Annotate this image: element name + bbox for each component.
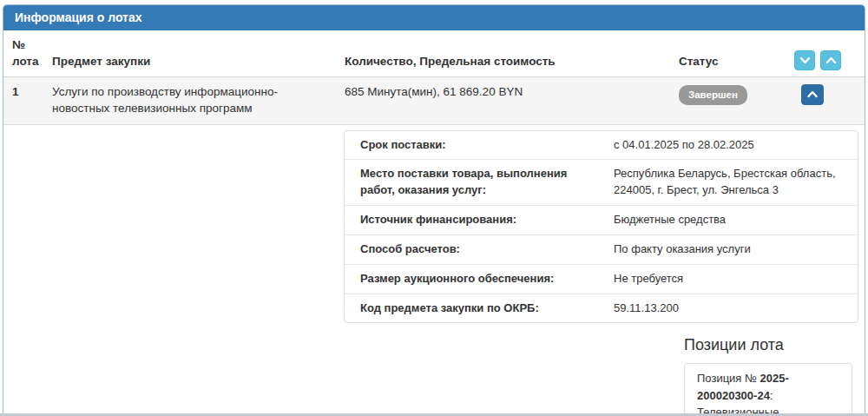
lot-table-header: № лота Предмет закупки Количество, Преде… — [3, 30, 865, 77]
lots-panel: Информация о лотах № лота Предмет закупк… — [3, 4, 865, 416]
column-header-lot-number: № лота — [12, 37, 52, 70]
page: Информация о лотах № лота Предмет закупк… — [0, 0, 868, 416]
status-badge: Завершен — [679, 85, 747, 105]
table-controls — [794, 50, 865, 70]
detail-value: 59.11.13.200 — [614, 294, 858, 323]
lot-position-item: Позиция № 2025-200020300-24: Телевизионн… — [684, 363, 852, 416]
detail-label: Способ расчетов: — [345, 235, 614, 264]
panel-header: Информация о лотах — [3, 5, 865, 30]
detail-label: Код предмета закупки по ОКРБ: — [345, 294, 614, 323]
detail-row-auction-security: Размер аукционного обеспечения: Не требу… — [345, 265, 858, 294]
detail-label: Источник финансирования: — [345, 206, 614, 234]
expand-all-button[interactable] — [794, 50, 815, 70]
table-row: 1 Услуги по производству информационно-н… — [3, 77, 865, 125]
lot-subject-cell: Услуги по производству информационно-нов… — [52, 84, 345, 117]
detail-label: Размер аукционного обеспечения: — [345, 265, 614, 294]
chevron-up-icon — [806, 90, 819, 98]
column-header-subject: Предмет закупки — [52, 54, 345, 70]
lot-details-section: Срок поставки: с 04.01.2025 по 28.02.202… — [3, 125, 865, 416]
collapse-row-button[interactable] — [801, 84, 824, 105]
detail-value: Не требуется — [614, 265, 858, 294]
position-text: Позиция № — [697, 372, 760, 385]
chevron-down-icon — [799, 56, 811, 64]
lot-number-cell: 1 — [12, 84, 52, 101]
lot-quantity-cost-cell: 685 Минута(мин), 61 869.20 BYN — [345, 84, 679, 101]
row-controls — [794, 84, 865, 105]
lot-details-table: Срок поставки: с 04.01.2025 по 28.02.202… — [344, 130, 858, 324]
detail-value: По факту оказания услуги — [614, 235, 858, 264]
detail-row-delivery-period: Срок поставки: с 04.01.2025 по 28.02.202… — [345, 131, 858, 161]
chevron-up-icon — [825, 56, 837, 64]
detail-label: Срок поставки: — [345, 131, 614, 160]
lot-status-cell: Завершен — [679, 84, 794, 105]
detail-value: Республика Беларусь, Брестская область, … — [614, 160, 858, 205]
column-header-quantity-cost: Количество, Предельная стоимость — [345, 54, 679, 70]
detail-row-funding-source: Источник финансирования: Бюджетные средс… — [345, 206, 858, 235]
detail-value: с 04.01.2025 по 28.02.2025 — [614, 131, 858, 160]
column-header-status: Статус — [679, 54, 794, 70]
collapse-all-button[interactable] — [820, 50, 841, 70]
lot-positions-heading: Позиции лота — [684, 336, 852, 354]
panel-title: Информация о лотах — [15, 10, 142, 24]
detail-row-okrb-code: Код предмета закупки по ОКРБ: 59.11.13.2… — [345, 294, 858, 323]
detail-row-delivery-place: Место поставки товара, выполнения работ,… — [345, 160, 858, 206]
detail-value: Бюджетные средства — [614, 206, 858, 234]
detail-label: Место поставки товара, выполнения работ,… — [345, 160, 614, 205]
detail-row-payment-method: Способ расчетов: По факту оказания услуг… — [345, 235, 858, 265]
